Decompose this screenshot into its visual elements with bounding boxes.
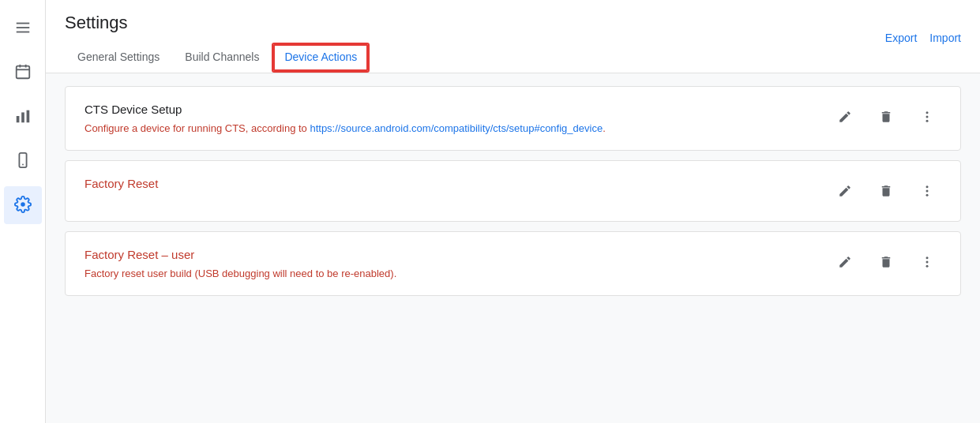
svg-point-14 bbox=[926, 120, 929, 122]
svg-rect-1 bbox=[16, 27, 29, 28]
svg-point-13 bbox=[926, 116, 929, 118]
list-icon bbox=[14, 19, 32, 39]
factory-reset-title: Factory Reset bbox=[84, 177, 812, 190]
calendar-icon bbox=[14, 63, 32, 83]
svg-rect-9 bbox=[26, 110, 29, 122]
svg-rect-7 bbox=[16, 116, 19, 122]
tab-device-actions[interactable]: Device Actions bbox=[272, 43, 370, 73]
svg-rect-3 bbox=[16, 66, 29, 78]
cts-more-button[interactable] bbox=[913, 103, 941, 131]
cts-desc-prefix: Configure a device for running CTS, acco… bbox=[84, 122, 310, 134]
sidebar-item-chart[interactable] bbox=[4, 98, 42, 136]
cts-description: Configure a device for running CTS, acco… bbox=[84, 122, 812, 134]
trash-icon bbox=[879, 255, 893, 269]
card-factory-user-body: Factory Reset – user Factory reset user … bbox=[84, 248, 812, 279]
sidebar-item-settings[interactable] bbox=[4, 186, 42, 224]
sidebar-item-device[interactable] bbox=[4, 142, 42, 180]
factory-reset-delete-button[interactable] bbox=[872, 177, 900, 205]
card-factory-reset-user: Factory Reset – user Factory reset user … bbox=[65, 231, 961, 296]
cts-title: CTS Device Setup bbox=[84, 103, 812, 116]
tab-general[interactable]: General Settings bbox=[65, 43, 172, 73]
import-button[interactable]: Import bbox=[929, 32, 961, 44]
pencil-icon bbox=[838, 110, 852, 124]
sidebar bbox=[0, 0, 46, 423]
header-right: Export Import bbox=[885, 32, 961, 44]
main-content: Settings General Settings Build Channels… bbox=[46, 0, 980, 423]
factory-reset-user-edit-button[interactable] bbox=[831, 248, 859, 276]
svg-point-11 bbox=[22, 163, 24, 165]
svg-point-12 bbox=[926, 111, 929, 114]
card-factory-reset: Factory Reset bbox=[65, 160, 961, 222]
sidebar-item-list[interactable] bbox=[4, 9, 42, 47]
svg-point-19 bbox=[926, 261, 929, 264]
trash-icon bbox=[879, 184, 893, 198]
page-title: Settings bbox=[65, 13, 370, 33]
more-icon bbox=[920, 184, 934, 198]
sidebar-item-calendar[interactable] bbox=[4, 54, 42, 92]
header: Settings General Settings Build Channels… bbox=[46, 0, 980, 73]
factory-reset-user-description: Factory reset user build (USB debugging … bbox=[84, 268, 812, 279]
cts-delete-button[interactable] bbox=[872, 103, 900, 131]
factory-reset-actions bbox=[831, 177, 941, 205]
more-icon bbox=[920, 255, 934, 269]
tab-build-channels[interactable]: Build Channels bbox=[172, 43, 272, 73]
pencil-icon bbox=[838, 184, 852, 198]
more-icon bbox=[920, 110, 934, 124]
device-icon bbox=[14, 152, 32, 171]
cts-edit-button[interactable] bbox=[831, 103, 859, 131]
factory-reset-user-delete-button[interactable] bbox=[872, 248, 900, 276]
factory-reset-more-button[interactable] bbox=[913, 177, 941, 205]
export-button[interactable]: Export bbox=[885, 32, 917, 44]
content-area: CTS Device Setup Configure a device for … bbox=[46, 73, 980, 423]
svg-point-15 bbox=[926, 185, 929, 188]
cts-desc-suffix: . bbox=[603, 122, 606, 134]
svg-point-16 bbox=[926, 190, 929, 193]
svg-rect-8 bbox=[21, 112, 24, 122]
cts-actions bbox=[831, 103, 941, 131]
svg-rect-2 bbox=[16, 31, 29, 32]
factory-reset-user-more-button[interactable] bbox=[913, 248, 941, 276]
svg-rect-10 bbox=[19, 152, 26, 167]
factory-reset-user-actions bbox=[831, 248, 941, 276]
card-factory-body: Factory Reset bbox=[84, 177, 812, 197]
cts-link[interactable]: https://source.android.com/compatibility… bbox=[310, 122, 603, 134]
svg-rect-0 bbox=[16, 22, 29, 24]
card-cts-setup: CTS Device Setup Configure a device for … bbox=[65, 86, 961, 151]
factory-reset-edit-button[interactable] bbox=[831, 177, 859, 205]
settings-icon bbox=[14, 196, 32, 215]
trash-icon bbox=[879, 110, 893, 124]
chart-icon bbox=[14, 107, 32, 127]
tabs: General Settings Build Channels Device A… bbox=[65, 43, 370, 73]
factory-reset-user-title: Factory Reset – user bbox=[84, 248, 812, 261]
card-cts-body: CTS Device Setup Configure a device for … bbox=[84, 103, 812, 134]
svg-point-17 bbox=[926, 194, 929, 197]
svg-point-20 bbox=[926, 265, 929, 268]
pencil-icon bbox=[838, 255, 852, 269]
header-left: Settings General Settings Build Channels… bbox=[65, 13, 370, 73]
svg-point-18 bbox=[926, 256, 929, 259]
